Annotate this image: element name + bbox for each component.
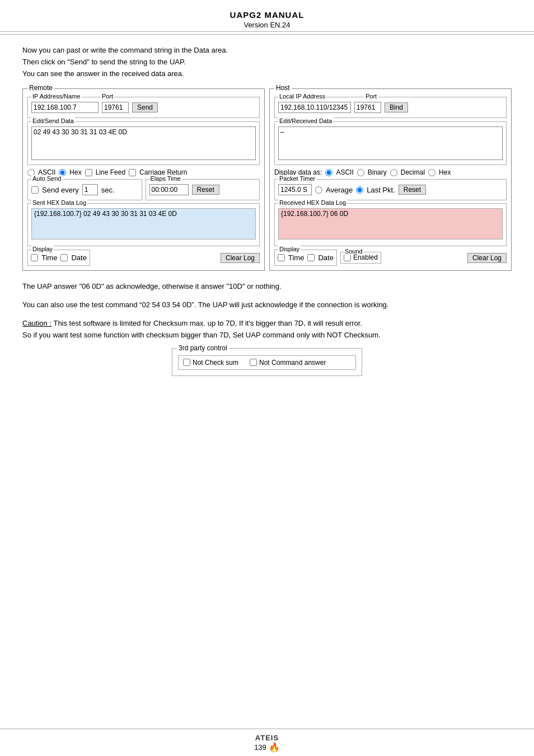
ip-port-subgroup: IP Address/Name Port Send <box>27 97 260 118</box>
not-command-answer-label: Not Command answer <box>250 359 326 367</box>
third-party-box: 3rd party control Not Check sum Not Comm… <box>172 348 362 376</box>
last-pkt-radio[interactable] <box>356 186 363 194</box>
average-radio[interactable] <box>315 186 322 194</box>
sent-hex-log-label: Sent HEX Data Log <box>31 199 87 206</box>
edit-send-subgroup: Edit/Send Data 02 49 43 30 30 31 31 03 4… <box>27 121 260 165</box>
remote-panel-label: Remote <box>27 84 54 92</box>
host-ip-port-subgroup: Local IP Address Port Bind <box>274 97 507 118</box>
intro-line2: Then click on "Send" to send the string … <box>22 57 512 68</box>
not-check-sum-label: Not Check sum <box>183 359 238 367</box>
display-binary-radio[interactable] <box>357 169 364 176</box>
recv-hex-log-label: Received HEX Data Log <box>278 199 347 206</box>
host-reset-button[interactable]: Reset <box>399 185 426 195</box>
sent-log-content: {192.168.100.7} 02 49 43 30 30 31 31 03 … <box>31 208 256 240</box>
remote-display-subgroup: Display Time Date <box>27 250 90 266</box>
footer-brand: ATEIS <box>0 734 534 742</box>
remote-display-row: Display Time Date Clear Log <box>27 250 260 266</box>
send-every-label: Send every <box>42 186 79 194</box>
host-display-subgroup: Display Time Date <box>274 250 337 266</box>
auto-send-subgroup: Auto Send Send every sec. <box>27 179 142 200</box>
host-time-check[interactable] <box>278 254 285 261</box>
not-command-answer-check[interactable] <box>250 359 257 366</box>
carriage-return-check[interactable] <box>129 169 136 176</box>
body-para1: The UAP answer "06 0D" as acknowledge, o… <box>22 281 512 293</box>
body-caution-block: Caution : This test software is limited … <box>22 318 512 341</box>
host-date-label: Date <box>318 253 333 262</box>
caution-label: Caution : <box>22 319 51 327</box>
remote-panel: Remote IP Address/Name Port Send Edit/Se… <box>22 88 265 271</box>
display-decimal-radio[interactable] <box>390 169 397 176</box>
port-group-label: Port <box>101 93 114 100</box>
host-panel-label: Host <box>274 84 292 92</box>
packet-time-input[interactable] <box>278 184 312 195</box>
sent-hex-log-subgroup: Sent HEX Data Log {192.168.100.7} 02 49 … <box>27 203 260 246</box>
recv-hex-log-subgroup: Received HEX Data Log {192.168.100.7} 06… <box>274 203 507 246</box>
host-port-label: Port <box>364 93 378 100</box>
last-pkt-label: Last Pkt. <box>367 186 395 194</box>
caution-text-content: This test software is limited for Checks… <box>53 319 362 327</box>
remote-date-check[interactable] <box>60 254 68 261</box>
edit-recv-subgroup: Edit/Received Data – <box>274 121 507 165</box>
send-button[interactable]: Send <box>132 102 158 112</box>
footer: ATEIS 139 🔥 <box>0 729 534 756</box>
remote-reset-button[interactable]: Reset <box>192 185 219 195</box>
remote-clear-log-button[interactable]: Clear Log <box>221 253 260 263</box>
intro-line3: You can see the answer in the received d… <box>22 68 512 80</box>
third-party-inner: Not Check sum Not Command answer <box>178 355 356 370</box>
remote-date-label: Date <box>71 253 86 262</box>
recv-log-content: {192.168.100.7} 06 0D <box>278 208 503 240</box>
bind-button[interactable]: Bind <box>385 102 408 112</box>
edit-recv-label: Edit/Received Data <box>278 118 333 124</box>
host-time-label: Time <box>288 253 304 262</box>
elaps-time-subgroup: Elaps Time Reset <box>146 179 260 200</box>
host-port-input[interactable] <box>354 102 381 113</box>
host-date-check[interactable] <box>307 254 315 261</box>
page-title: UAPG2 MANUAL <box>0 10 534 20</box>
elaps-value-input[interactable] <box>149 184 189 195</box>
remote-display-label: Display <box>31 246 54 252</box>
sound-enabled-check[interactable] <box>344 254 351 261</box>
host-panel: Host Local IP Address Port Bind Edit/Rec… <box>269 88 512 271</box>
page-version: Version EN.24 <box>0 21 534 29</box>
sound-subgroup: Sound Enabled <box>340 252 381 264</box>
sec-label: sec. <box>101 186 115 194</box>
ip-group-label: IP Address/Name <box>31 93 81 100</box>
packet-timer-subgroup: Packet Timer Average Last Pkt. Reset <box>274 179 507 200</box>
send-every-check[interactable] <box>31 186 39 194</box>
auto-send-label: Auto Send <box>31 175 62 182</box>
display-binary-label: Binary <box>368 168 387 176</box>
third-party-label: 3rd party control <box>177 344 229 352</box>
edit-send-textarea[interactable]: 02 49 43 30 30 31 31 03 4E 0D <box>31 126 256 160</box>
host-display-row: Display Time Date Sound Enabled Clea <box>274 250 507 266</box>
body-para2: You can also use the test command “02 54… <box>22 299 512 311</box>
remote-ip-input[interactable] <box>31 102 99 113</box>
remote-time-label: Time <box>41 253 57 262</box>
display-ascii-radio[interactable] <box>325 169 332 176</box>
edit-recv-textarea[interactable]: – <box>278 126 503 160</box>
send-every-input[interactable] <box>82 184 98 195</box>
not-check-sum-check[interactable] <box>183 359 190 366</box>
remote-port-input[interactable] <box>102 102 129 113</box>
display-hex-radio[interactable] <box>428 169 435 176</box>
sound-enabled-label: Enabled <box>353 253 378 261</box>
fire-icon: 🔥 <box>269 742 280 753</box>
intro-line1: Now you can past or write the command st… <box>22 45 512 57</box>
display-ascii-label: ASCII <box>336 168 353 176</box>
host-display-label: Display <box>278 246 301 252</box>
line-feed-check[interactable] <box>85 169 92 176</box>
not-command-answer-text: Not Command answer <box>259 359 326 367</box>
packet-timer-label: Packet Timer <box>278 175 316 182</box>
host-ip-input[interactable] <box>278 102 351 113</box>
sound-label: Sound <box>344 248 364 255</box>
remote-time-check[interactable] <box>31 254 38 261</box>
line-feed-label: Line Feed <box>96 168 125 176</box>
not-check-sum-text: Not Check sum <box>193 359 238 367</box>
footer-page: 139 🔥 <box>0 742 534 753</box>
average-label: Average <box>326 186 353 194</box>
host-local-ip-label: Local IP Address <box>278 93 326 100</box>
host-clear-log-button[interactable]: Clear Log <box>467 253 507 263</box>
edit-send-label: Edit/Send Data <box>31 118 75 124</box>
display-hex-label: Hex <box>439 168 451 176</box>
display-decimal-label: Decimal <box>401 168 425 176</box>
elaps-time-label: Elaps Time <box>149 175 182 182</box>
